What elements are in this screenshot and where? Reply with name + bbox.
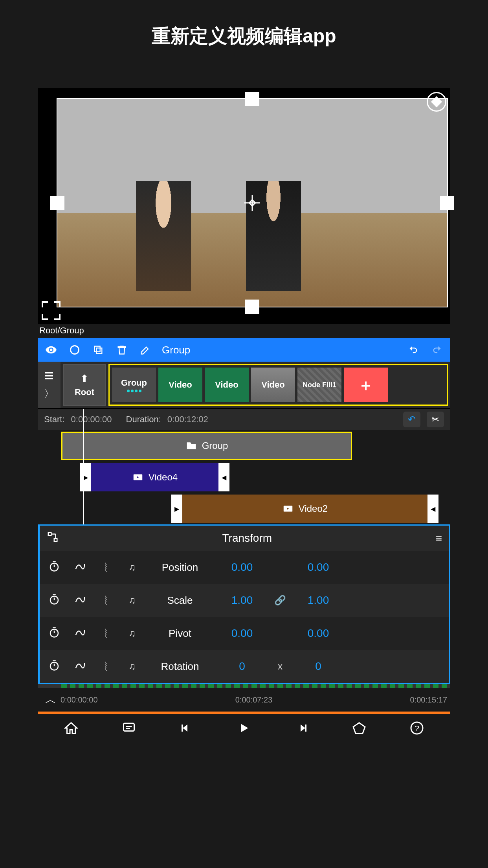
time-bar: Start: 0:00:00:00 Duration: 0:00:12:02 ↶… [38, 409, 450, 430]
track-handle-left[interactable]: ▶ [80, 463, 91, 491]
premium-icon[interactable] [348, 717, 370, 739]
playhead[interactable] [83, 409, 84, 524]
curve-icon[interactable] [69, 593, 92, 607]
svg-marker-34 [353, 723, 365, 734]
stopwatch-icon[interactable] [43, 560, 66, 575]
help-icon[interactable]: ? [406, 717, 428, 739]
clip-video-1[interactable]: Video [158, 368, 202, 402]
track-handle-right[interactable]: ◀ [218, 463, 229, 491]
rotate-handle-icon[interactable] [427, 92, 446, 112]
bottom-bar: ? [38, 712, 450, 742]
svg-point-0 [71, 346, 79, 354]
side-expand-tab[interactable]: 〉 [38, 362, 61, 408]
breadcrumb[interactable]: Root/Group [38, 324, 450, 338]
duration-label: Duration: [126, 414, 161, 425]
snap-button[interactable]: ↶ [403, 412, 420, 427]
stopwatch-icon[interactable] [43, 659, 66, 674]
next-frame-icon[interactable] [291, 717, 313, 739]
handle-top[interactable] [245, 92, 259, 106]
handle-left[interactable] [50, 196, 64, 210]
wiggle-icon[interactable]: ⦚ [95, 661, 117, 672]
transform-panel: Transform ≡ ⦚ ♫ Position 0.00 0.00 ⦚ ♫ S… [38, 524, 450, 684]
curve-icon[interactable] [69, 626, 92, 640]
duration-value[interactable]: 0:00:12:02 [167, 414, 208, 425]
clip-node-fill[interactable]: Node Fill1 [297, 368, 341, 402]
copy-icon[interactable] [91, 343, 105, 357]
prop-value-1[interactable]: 1.00 [216, 594, 268, 607]
ruler-t2: 0:00:07:23 [189, 695, 318, 704]
music-icon[interactable]: ♫ [121, 562, 143, 573]
video-preview[interactable] [38, 88, 450, 324]
svg-rect-10 [48, 532, 51, 535]
track-video2[interactable]: ▶ Video2 ◀ [171, 495, 438, 523]
root-tile[interactable]: ⬆ Root [63, 364, 106, 406]
track-handle-left[interactable]: ▶ [171, 495, 182, 523]
ruler-t3: 0:00:15:17 [318, 695, 447, 704]
home-icon[interactable] [60, 717, 82, 739]
wiggle-icon[interactable]: ⦚ [95, 595, 117, 606]
prop-name: Rotation [147, 660, 213, 673]
video-icon [282, 503, 294, 515]
trash-icon[interactable] [115, 343, 129, 357]
svg-rect-5 [45, 378, 53, 379]
cut-button[interactable]: ✂ [427, 412, 444, 427]
prop-row-pivot: ⦚ ♫ Pivot 0.00 0.00 [40, 617, 449, 650]
time-ruler[interactable]: ︿ 0:00:00:00 0:00:07:23 0:00:15:17 [38, 684, 450, 712]
track-group[interactable]: Group [61, 432, 352, 460]
track-video4[interactable]: ▶ Video4 ◀ [80, 463, 229, 491]
timeline-tracks[interactable]: Group ▶ Video4 ◀ ▶ Video2 ◀ [38, 430, 450, 524]
transform-bbox[interactable] [57, 98, 448, 307]
curve-icon[interactable] [69, 560, 92, 574]
upload-icon: ⬆ [80, 373, 89, 385]
prop-value-1[interactable]: 0.00 [216, 627, 268, 640]
add-clip-button[interactable]: ＋ [344, 368, 388, 402]
prop-value-2[interactable]: 1.00 [293, 594, 344, 607]
prop-name: Position [147, 561, 213, 574]
prop-value-1[interactable]: 0.00 [216, 561, 268, 574]
undo-icon[interactable] [406, 343, 420, 357]
comment-icon[interactable] [118, 717, 140, 739]
play-icon[interactable] [233, 717, 255, 739]
svg-rect-30 [182, 725, 183, 732]
stopwatch-icon[interactable] [43, 593, 66, 608]
start-label: Start: [44, 414, 65, 425]
svg-marker-31 [241, 724, 248, 732]
svg-rect-11 [54, 538, 57, 541]
collapse-icon[interactable]: ︿ [41, 692, 61, 707]
prop-separator[interactable]: 🔗 [271, 595, 290, 606]
wiggle-icon[interactable]: ⦚ [95, 628, 117, 639]
handle-right[interactable] [440, 196, 454, 210]
curve-icon[interactable] [69, 659, 92, 673]
music-icon[interactable]: ♫ [121, 661, 143, 672]
transform-header: Transform ≡ [40, 526, 449, 551]
music-icon[interactable]: ♫ [121, 628, 143, 639]
clip-video-2[interactable]: Video [205, 368, 249, 402]
start-value[interactable]: 0:00:00:00 [71, 414, 112, 425]
stopwatch-icon[interactable] [43, 626, 66, 641]
prev-frame-icon[interactable] [175, 717, 197, 739]
wiggle-icon[interactable]: ⦚ [95, 562, 117, 573]
svg-rect-3 [45, 372, 53, 373]
prop-value-1[interactable]: 0 [216, 660, 268, 673]
chevron-right-icon: 〉 [44, 387, 54, 401]
fullscreen-icon[interactable] [42, 301, 61, 320]
redo-icon[interactable] [430, 343, 444, 357]
music-icon[interactable]: ♫ [121, 595, 143, 606]
prop-value-2[interactable]: 0 [293, 660, 344, 673]
menu-icon[interactable]: ≡ [436, 532, 442, 544]
clip-video-3[interactable]: Video [251, 368, 295, 402]
prop-value-2[interactable]: 0.00 [293, 627, 344, 640]
svg-rect-2 [95, 346, 100, 352]
prop-separator: x [271, 661, 290, 672]
clip-group[interactable]: Group [112, 368, 156, 402]
edit-icon[interactable] [138, 343, 152, 357]
prop-value-2[interactable]: 0.00 [293, 561, 344, 574]
transform-node-icon[interactable] [47, 531, 59, 546]
handle-bottom[interactable] [245, 300, 259, 314]
app-frame: Root/Group Group 〉 ⬆ Root Group Video Vi… [38, 88, 450, 742]
ruler-t1: 0:00:00:00 [61, 695, 189, 704]
visibility-icon[interactable] [44, 343, 58, 357]
track-handle-right[interactable]: ◀ [427, 495, 438, 523]
node-name-label[interactable]: Group [162, 344, 190, 356]
circle-icon[interactable] [68, 343, 82, 357]
